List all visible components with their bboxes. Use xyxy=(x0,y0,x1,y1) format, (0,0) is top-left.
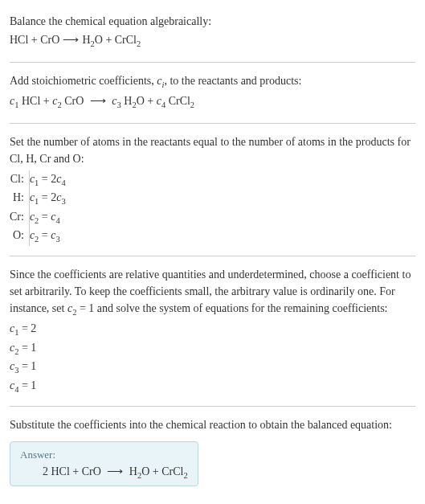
c-sub: 4 xyxy=(61,178,65,186)
stoich-title-a: Add stoichiometric coefficients, xyxy=(10,75,157,87)
sp1: HCl + xyxy=(18,95,52,107)
coef-line: c3 = 1 xyxy=(10,358,415,377)
eq-rhs2sub: 2 xyxy=(137,39,141,48)
answer-equation: 2 HCl + CrO ⟶ H2O + CrCl2 xyxy=(20,465,188,480)
ans-lhs: 2 HCl + CrO xyxy=(43,465,104,477)
ans-rhs-b: O + CrCl xyxy=(141,465,183,477)
eq: = 2 xyxy=(39,173,56,185)
atom-label: Cl: xyxy=(10,170,29,190)
section-stoich: Add stoichiometric coefficients, ci, to … xyxy=(10,66,415,120)
atom-label: Cr: xyxy=(10,208,29,227)
section-solve: Since the coefficients are relative quan… xyxy=(10,260,415,403)
eq-rhs1a: H xyxy=(82,34,90,46)
ans-rhs-a: H xyxy=(126,465,137,477)
section-atoms: Set the number of atoms in the reactants… xyxy=(10,127,415,252)
stoich-equation: c1 HCl + c2 CrO ⟶ c3 H2O + c4 CrCl2 xyxy=(10,92,415,112)
eq-rhs1b: O xyxy=(95,34,103,46)
answer-box: Answer: 2 HCl + CrO ⟶ H2O + CrCl2 xyxy=(10,441,198,487)
arrow-icon: ⟶ xyxy=(87,95,109,107)
eq: = xyxy=(39,211,51,223)
atoms-table: Cl: c1 = 2c4 H: c1 = 2c3 Cr: c2 = c4 O: … xyxy=(10,170,71,246)
eq-plus1: + xyxy=(28,34,40,46)
problem-equation: HCl + CrO⟶H2O + CrCl2 xyxy=(10,31,415,51)
divider xyxy=(10,256,415,256)
table-row: Cl: c1 = 2c4 xyxy=(10,170,71,190)
coef-line: c1 = 2 xyxy=(10,320,415,339)
eq-rhs2a: CrCl xyxy=(115,34,137,46)
sp6: CrCl xyxy=(166,95,190,107)
eq-lhs2: CrO xyxy=(40,34,59,46)
eq: = 1 xyxy=(18,379,36,391)
eq: = 1 xyxy=(18,360,36,372)
answer-label: Answer: xyxy=(20,449,188,461)
stoich-title: Add stoichiometric coefficients, ci, to … xyxy=(10,72,415,92)
c-sub: 3 xyxy=(55,235,59,244)
eq-plus2: + xyxy=(103,34,115,46)
stoich-title-b: , to the reactants and products: xyxy=(164,75,301,87)
eq: = 2 xyxy=(39,191,56,203)
sp4: H xyxy=(121,95,133,107)
ans-cl2sub: 2 xyxy=(183,470,187,479)
atom-label: O: xyxy=(10,227,29,246)
solve-text-b: = 1 and solve the system of equations fo… xyxy=(76,302,387,314)
atom-eq: c2 = c4 xyxy=(29,208,70,227)
coef-line: c4 = 1 xyxy=(10,377,415,396)
section-problem: Balance the chemical equation algebraica… xyxy=(10,6,415,59)
answer-title: Substitute the coefficients into the che… xyxy=(10,416,415,433)
c-sub: 3 xyxy=(61,197,65,206)
atom-label: H: xyxy=(10,189,29,208)
eq: = 1 xyxy=(18,342,36,354)
atoms-title: Set the number of atoms in the reactants… xyxy=(10,133,415,167)
eq-lhs1: HCl xyxy=(10,34,28,46)
arrow-icon: ⟶ xyxy=(59,34,82,46)
atom-eq: c1 = 2c3 xyxy=(29,189,70,208)
problem-title: Balance the chemical equation algebraica… xyxy=(10,13,415,30)
divider xyxy=(10,123,415,124)
eq: = 2 xyxy=(18,322,36,334)
c-sub: 4 xyxy=(55,216,59,225)
section-answer: Substitute the coefficients into the che… xyxy=(10,410,415,494)
divider xyxy=(10,406,415,407)
table-row: Cr: c2 = c4 xyxy=(10,208,71,227)
divider xyxy=(10,62,415,63)
cl2-sub: 2 xyxy=(190,100,194,109)
coef-line: c2 = 1 xyxy=(10,339,415,359)
eq: = xyxy=(39,229,51,241)
atom-eq: c2 = c3 xyxy=(29,227,70,246)
solve-text: Since the coefficients are relative quan… xyxy=(10,266,415,319)
sp5: O + xyxy=(137,95,157,107)
table-row: H: c1 = 2c3 xyxy=(10,189,71,208)
atom-eq: c1 = 2c4 xyxy=(29,170,70,190)
arrow-icon: ⟶ xyxy=(104,465,126,477)
sp2: CrO xyxy=(62,95,87,107)
table-row: O: c2 = c3 xyxy=(10,227,71,246)
